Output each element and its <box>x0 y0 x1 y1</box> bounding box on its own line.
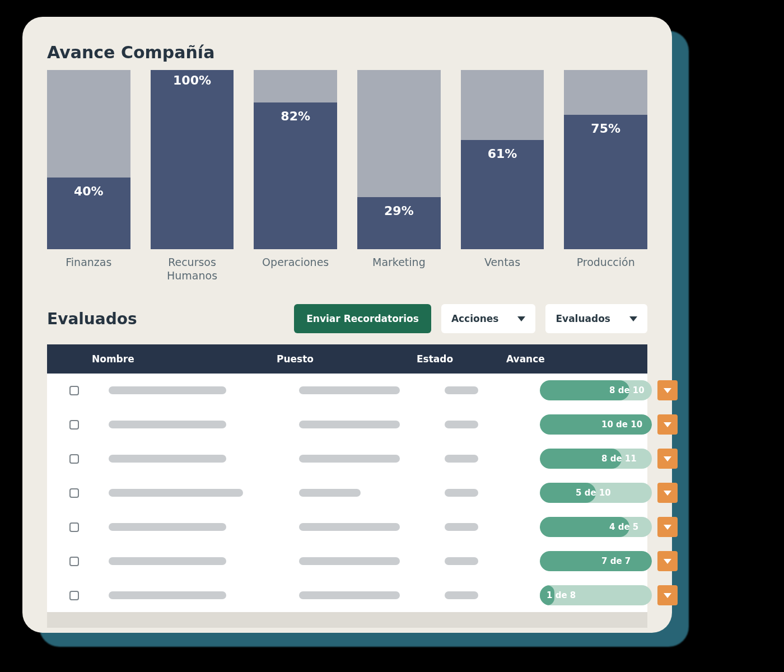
row-checkbox[interactable] <box>69 386 79 395</box>
chart-bar-5: 75%Producción <box>564 70 647 283</box>
name-placeholder <box>109 591 226 599</box>
name-placeholder <box>109 489 243 497</box>
name-placeholder <box>109 386 226 394</box>
row-expand-button[interactable] <box>657 449 678 469</box>
bar-value-label: 100% <box>151 73 234 87</box>
send-reminders-button[interactable]: Enviar Recordatorios <box>294 304 431 333</box>
chevron-down-icon <box>664 593 671 598</box>
evaluated-filter-label: Evaluados <box>556 313 610 324</box>
evaluated-table: Nombre Puesto Estado Avance 8 de 1010 de… <box>47 344 647 628</box>
progress-bar: 10 de 10 <box>540 414 652 435</box>
progress-label: 8 de 10 <box>609 385 645 395</box>
row-checkbox[interactable] <box>69 557 79 566</box>
col-name: Nombre <box>92 353 277 365</box>
position-placeholder <box>299 591 400 599</box>
progress-label: 7 de 7 <box>601 556 631 566</box>
chart-bar-0: 40%Finanzas <box>47 70 130 283</box>
name-placeholder <box>109 523 226 531</box>
progress-label: 1 de 8 <box>547 590 576 600</box>
progress-bar: 8 de 10 <box>540 380 652 400</box>
table-row: 5 de 10 <box>47 475 647 510</box>
bar-value-label: 82% <box>254 109 337 123</box>
actions-label: Acciones <box>451 313 499 324</box>
status-placeholder <box>445 386 478 394</box>
row-expand-button[interactable] <box>657 380 678 400</box>
row-checkbox[interactable] <box>69 454 79 464</box>
row-expand-button[interactable] <box>657 414 678 435</box>
chart-bar-1: 100%Recursos Humanos <box>151 70 234 283</box>
col-status: Estado <box>417 353 506 365</box>
position-placeholder <box>299 455 400 463</box>
chevron-down-icon <box>629 316 637 321</box>
company-progress-chart: 40%Finanzas100%Recursos Humanos82%Operac… <box>47 76 647 283</box>
progress-label: 5 de 10 <box>576 488 611 498</box>
bar-value-label: 29% <box>357 204 441 218</box>
evaluated-title: Evaluados <box>47 310 137 328</box>
position-placeholder <box>299 557 400 565</box>
bar-category-label: Producción <box>577 256 635 283</box>
chart-title: Avance Compañía <box>47 43 647 62</box>
chart-bar-3: 29%Marketing <box>357 70 441 283</box>
row-expand-button[interactable] <box>657 483 678 503</box>
bar-value-label: 61% <box>461 147 544 161</box>
bar-value-label: 40% <box>47 184 130 198</box>
row-expand-button[interactable] <box>657 585 678 605</box>
table-header: Nombre Puesto Estado Avance <box>47 344 647 374</box>
col-position: Puesto <box>277 353 417 365</box>
progress-label: 10 de 10 <box>601 419 642 430</box>
table-row: 8 de 10 <box>47 374 647 407</box>
progress-bar: 5 de 10 <box>540 483 652 503</box>
table-row: 8 de 11 <box>47 441 647 475</box>
chevron-down-icon <box>664 422 671 427</box>
dashboard-card: Avance Compañía 40%Finanzas100%Recursos … <box>22 17 672 633</box>
bar-category-label: Recursos Humanos <box>151 256 234 283</box>
bar-category-label: Operaciones <box>262 256 329 283</box>
bar-value-label: 75% <box>564 122 647 136</box>
progress-bar: 1 de 8 <box>540 585 652 605</box>
chevron-down-icon <box>664 525 671 530</box>
name-placeholder <box>109 421 226 428</box>
chevron-down-icon <box>517 316 525 321</box>
table-body: 8 de 1010 de 108 de 115 de 104 de 57 de … <box>47 374 647 612</box>
row-expand-button[interactable] <box>657 551 678 571</box>
bar-category-label: Finanzas <box>66 256 111 283</box>
bar-category-label: Marketing <box>372 256 426 283</box>
row-checkbox[interactable] <box>69 591 79 600</box>
chevron-down-icon <box>664 456 671 461</box>
position-placeholder <box>299 523 400 531</box>
actions-dropdown[interactable]: Acciones <box>441 304 536 333</box>
col-progress: Avance <box>506 353 636 365</box>
row-checkbox[interactable] <box>69 420 79 430</box>
progress-bar: 7 de 7 <box>540 551 652 571</box>
evaluated-toolbar: Evaluados Enviar Recordatorios Acciones … <box>47 304 647 333</box>
bar-category-label: Ventas <box>484 256 520 283</box>
row-expand-button[interactable] <box>657 517 678 537</box>
chevron-down-icon <box>664 491 671 496</box>
table-footer <box>47 612 647 628</box>
evaluated-filter-dropdown[interactable]: Evaluados <box>545 304 647 333</box>
chart-bar-2: 82%Operaciones <box>254 70 337 283</box>
status-placeholder <box>445 421 478 428</box>
position-placeholder <box>299 386 400 394</box>
table-row: 1 de 8 <box>47 578 647 612</box>
status-placeholder <box>445 557 478 565</box>
position-placeholder <box>299 489 361 497</box>
chart-bar-4: 61%Ventas <box>461 70 544 283</box>
table-row: 10 de 10 <box>47 407 647 441</box>
table-row: 7 de 7 <box>47 544 647 578</box>
status-placeholder <box>445 591 478 599</box>
status-placeholder <box>445 489 478 497</box>
progress-label: 4 de 5 <box>609 522 638 532</box>
status-placeholder <box>445 455 478 463</box>
chevron-down-icon <box>664 559 671 564</box>
name-placeholder <box>109 557 226 565</box>
chevron-down-icon <box>664 388 671 393</box>
status-placeholder <box>445 523 478 531</box>
progress-label: 8 de 11 <box>601 454 637 464</box>
row-checkbox[interactable] <box>69 488 79 498</box>
progress-bar: 4 de 5 <box>540 517 652 537</box>
row-checkbox[interactable] <box>69 522 79 532</box>
progress-bar: 8 de 11 <box>540 449 652 469</box>
table-row: 4 de 5 <box>47 510 647 544</box>
name-placeholder <box>109 455 226 463</box>
